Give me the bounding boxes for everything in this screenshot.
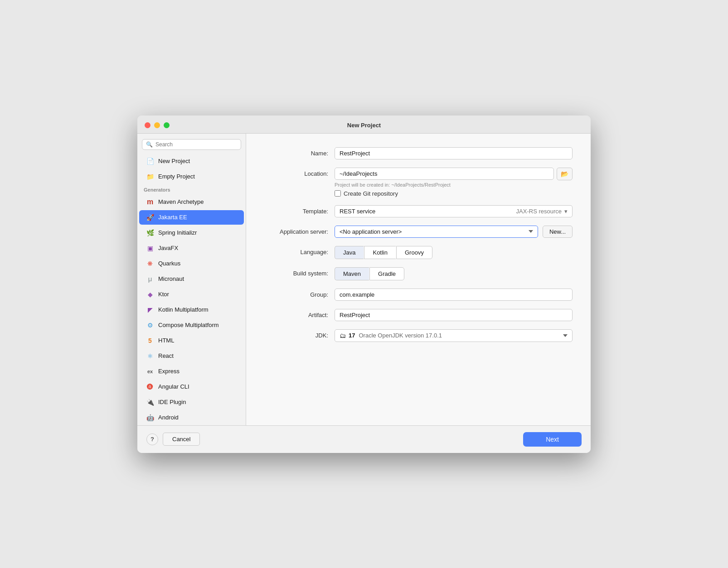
sidebar-item-javafx[interactable]: ▣ JavaFX — [139, 241, 244, 255]
html-icon: 5 — [146, 336, 155, 345]
maven-icon: m — [146, 197, 155, 207]
language-label: Language: — [264, 246, 335, 255]
appserver-row: Application server: <No application serv… — [264, 226, 573, 238]
appserver-new-button[interactable]: New... — [543, 226, 573, 238]
template-chevron-icon: ▾ — [564, 208, 568, 215]
sidebar-item-empty-project[interactable]: 📁 Empty Project — [139, 169, 244, 184]
sidebar-item-react[interactable]: ⚛ React — [139, 349, 244, 363]
artifact-input[interactable] — [335, 309, 573, 321]
template-label: Template: — [264, 205, 335, 215]
sidebar-item-label: Jakarta EE — [158, 214, 187, 221]
buildsystem-maven-button[interactable]: Maven — [335, 267, 369, 280]
next-button[interactable]: Next — [523, 432, 582, 447]
minimize-button[interactable] — [154, 122, 160, 128]
sidebar-item-label: Spring Initializr — [158, 229, 197, 236]
appserver-dropdown[interactable]: <No application server> — [335, 226, 538, 238]
search-box[interactable]: 🔍 — [142, 139, 241, 150]
appserver-wrap: <No application server> New... — [335, 226, 573, 238]
folder-browse-button[interactable]: 📂 — [557, 168, 573, 180]
window-controls — [145, 122, 170, 128]
cancel-button[interactable]: Cancel — [163, 433, 200, 446]
sidebar-item-html[interactable]: 5 HTML — [139, 333, 244, 348]
template-row: Template: REST service JAX-RS resource ▾ — [264, 205, 573, 217]
appserver-chevron-icon — [529, 230, 533, 233]
folder-icon: 📂 — [561, 170, 568, 178]
sidebar-item-android[interactable]: 🤖 Android — [139, 410, 244, 425]
group-input[interactable] — [335, 289, 573, 301]
ide-plugin-icon: 🔌 — [146, 398, 155, 407]
maximize-button[interactable] — [164, 122, 170, 128]
git-checkbox-row: Create Git repository — [335, 190, 573, 197]
language-groovy-button[interactable]: Groovy — [396, 246, 432, 259]
location-hint: Project will be created in: ~/IdeaProjec… — [335, 182, 573, 188]
template-value[interactable]: REST service — [335, 205, 512, 217]
ktor-icon: ◆ — [146, 290, 155, 299]
sidebar-item-kotlin-multiplatform[interactable]: ◤ Kotlin Multiplatform — [139, 303, 244, 317]
appserver-value: <No application server> — [340, 228, 527, 235]
sidebar-item-label: Quarkus — [158, 260, 180, 267]
sidebar-item-label: React — [158, 352, 174, 359]
sidebar-item-label: Empty Project — [158, 173, 195, 180]
artifact-row: Artifact: — [264, 309, 573, 321]
appserver-control: <No application server> New... — [335, 226, 573, 238]
jdk-dropdown[interactable]: 🗂 17 Oracle OpenJDK version 17.0.1 — [335, 329, 573, 342]
sidebar-item-express[interactable]: ex Express — [139, 364, 244, 379]
jdk-label: JDK: — [264, 329, 335, 339]
sidebar-item-ktor[interactable]: ◆ Ktor — [139, 287, 244, 302]
template-selector: REST service JAX-RS resource ▾ — [335, 205, 573, 217]
jdk-description: Oracle OpenJDK version 17.0.1 — [359, 332, 560, 339]
location-input[interactable] — [335, 168, 554, 180]
language-java-button[interactable]: Java — [335, 246, 364, 259]
quarkus-icon: ❋ — [146, 259, 155, 268]
sidebar: 🔍 📄 New Project 📁 Empty Project Generato… — [137, 134, 246, 425]
language-kotlin-button[interactable]: Kotlin — [364, 246, 396, 259]
git-checkbox[interactable] — [335, 190, 341, 197]
sidebar-item-jakarta-ee[interactable]: 🚀 Jakarta EE — [139, 210, 244, 225]
buildsystem-gradle-button[interactable]: Gradle — [369, 267, 404, 280]
language-control: Java Kotlin Groovy — [335, 246, 573, 259]
buildsystem-label: Build system: — [264, 267, 335, 277]
location-row: Location: 📂 Project will be created in: … — [264, 168, 573, 197]
sidebar-item-micronaut[interactable]: μ Micronaut — [139, 272, 244, 286]
sidebar-item-new-project[interactable]: 📄 New Project — [139, 154, 244, 168]
location-control: 📂 Project will be created in: ~/IdeaProj… — [335, 168, 573, 197]
artifact-label: Artifact: — [264, 309, 335, 318]
main-panel: Name: Location: 📂 Project will be create… — [246, 134, 591, 425]
sidebar-item-angular-cli[interactable]: 🅐 Angular CLI — [139, 380, 244, 394]
dialog-title: New Project — [347, 122, 381, 129]
template-sub-value: JAX-RS resource — [516, 208, 562, 215]
title-bar: New Project — [137, 116, 591, 134]
location-row-inner: 📂 — [335, 168, 573, 180]
name-row: Name: — [264, 147, 573, 159]
buildsystem-row: Build system: Maven Gradle — [264, 267, 573, 280]
sidebar-item-spring-initializr[interactable]: 🌿 Spring Initializr — [139, 226, 244, 240]
sidebar-item-quarkus[interactable]: ❋ Quarkus — [139, 256, 244, 271]
sidebar-item-label: Micronaut — [158, 275, 184, 282]
search-icon: 🔍 — [146, 141, 153, 148]
name-control — [335, 147, 573, 159]
new-project-icon: 📄 — [146, 157, 155, 166]
buildsystem-control: Maven Gradle — [335, 267, 573, 280]
express-icon: ex — [146, 367, 155, 376]
sidebar-item-maven-archetype[interactable]: m Maven Archetype — [139, 195, 244, 209]
sidebar-item-ide-plugin[interactable]: 🔌 IDE Plugin — [139, 395, 244, 409]
group-control — [335, 289, 573, 301]
sidebar-item-label: IDE Plugin — [158, 399, 186, 405]
javafx-icon: ▣ — [146, 244, 155, 253]
name-input[interactable] — [335, 147, 573, 159]
jdk-version: 17 — [349, 332, 355, 339]
empty-project-icon: 📁 — [146, 172, 155, 181]
artifact-control — [335, 309, 573, 321]
help-button[interactable]: ? — [146, 433, 158, 445]
search-input[interactable] — [155, 141, 237, 148]
sidebar-item-compose-multiplatform[interactable]: ⚙ Compose Multiplatform — [139, 318, 244, 332]
sidebar-item-label: JavaFX — [158, 245, 178, 251]
sidebar-item-label: Maven Archetype — [158, 198, 204, 205]
template-sub[interactable]: JAX-RS resource ▾ — [512, 205, 573, 217]
sidebar-item-label: Angular CLI — [158, 383, 189, 390]
close-button[interactable] — [145, 122, 150, 128]
git-label: Create Git repository — [344, 190, 398, 197]
dialog-footer: ? Cancel Next — [137, 425, 591, 453]
kotlin-mp-icon: ◤ — [146, 305, 155, 314]
appserver-label: Application server: — [264, 226, 335, 235]
